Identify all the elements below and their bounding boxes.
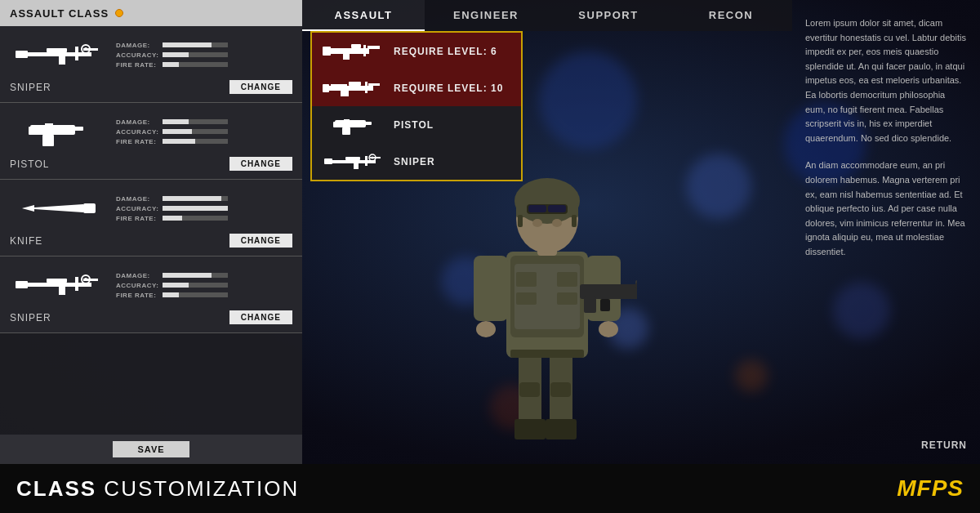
loadout-item-sniper1: DAMAGE: ACCURACY: FIRE RATE:: [0, 26, 302, 103]
svg-rect-36: [331, 84, 347, 87]
svg-point-23: [84, 278, 87, 281]
right-panel: Lorem ipsum dolor sit amet, dicam everti…: [792, 0, 980, 464]
panel-title: ASSAULT CLASS: [10, 7, 109, 20]
pistol-icon-box: [10, 111, 108, 152]
loadout-item-pistol: DAMAGE: ACCURACY: FIRE RATE:: [0, 103, 302, 180]
weapon-option-sniper[interactable]: Sniper: [312, 143, 521, 180]
sniper2-icon: [14, 269, 104, 301]
svg-rect-82: [519, 382, 540, 397]
svg-rect-69: [518, 215, 523, 227]
tab-recon[interactable]: RECON: [670, 0, 792, 31]
svg-rect-0: [18, 52, 91, 56]
svg-rect-14: [83, 203, 96, 213]
weapon-option-label-pistol: Pistol: [394, 119, 434, 131]
weapon-option-sniper-icon: [320, 149, 385, 175]
center-panel: ASSAULT ENGINEER SUPPORT RECON: [302, 0, 792, 464]
title-class: CLASS: [16, 476, 96, 501]
svg-rect-2: [16, 51, 28, 58]
svg-rect-35: [349, 82, 361, 86]
weapon-option-label-locked1: REQUIRE LEVEL: 6: [394, 46, 497, 57]
sniper1-stats: DAMAGE: ACCURACY: FIRE RATE:: [116, 42, 292, 69]
loadout-item-sniper2: DAMAGE: ACCURACY: FIRE RATE:: [0, 256, 302, 333]
loadout-item-knife: DAMAGE: ACCURACY: FIRE RATE:: [0, 180, 302, 256]
knife-name: Knife: [10, 235, 42, 247]
tab-bar: ASSAULT ENGINEER SUPPORT RECON: [302, 0, 792, 31]
description-text-2: An diam accommodare eum, an pri dolorem …: [805, 158, 967, 259]
assault-rifle1-icon: [320, 38, 385, 65]
sniper2-change-btn[interactable]: CHANGE: [229, 310, 292, 324]
svg-rect-60: [557, 292, 577, 305]
svg-rect-61: [474, 256, 508, 321]
svg-rect-40: [333, 122, 338, 127]
knife-change-btn[interactable]: CHANGE: [229, 234, 292, 248]
save-button[interactable]: SAVE: [113, 441, 189, 457]
svg-point-74: [532, 219, 542, 227]
svg-rect-38: [342, 127, 350, 135]
svg-rect-44: [324, 158, 332, 164]
svg-rect-31: [365, 82, 368, 93]
svg-rect-73: [548, 205, 566, 212]
knife-stats: DAMAGE: ACCURACY: FIRE RATE:: [116, 195, 292, 222]
weapon-select-panel: REQUIRE LEVEL: 6 REQUIRE LEVEL: 10: [310, 31, 523, 181]
knife-icon: [14, 192, 104, 225]
svg-rect-4: [47, 48, 67, 52]
pistol-name: Pistol: [10, 158, 49, 170]
svg-rect-5: [59, 56, 65, 65]
svg-rect-11: [29, 127, 35, 135]
svg-rect-12: [45, 123, 53, 127]
svg-marker-15: [22, 205, 34, 212]
svg-rect-43: [365, 156, 368, 166]
svg-rect-78: [584, 297, 596, 313]
weapon-option-label-locked2: REQUIRE LEVEL: 10: [394, 83, 503, 94]
sniper2-icon-box: [10, 265, 108, 306]
sniper2-stats: DAMAGE: ACCURACY: FIRE RATE:: [116, 272, 292, 299]
sniper-icon-box: [10, 34, 108, 75]
assault-rifle2-icon: [320, 75, 385, 101]
svg-rect-47: [354, 163, 359, 169]
svg-rect-16: [18, 283, 91, 287]
svg-rect-9: [42, 135, 54, 146]
mfps-logo: MFPS: [897, 475, 964, 502]
svg-rect-1: [75, 47, 78, 60]
bottom-bar: CLASS CUSTOMIZATION MFPS: [0, 464, 980, 513]
svg-rect-18: [16, 281, 28, 288]
tab-support[interactable]: SUPPORT: [547, 0, 670, 31]
svg-rect-70: [572, 215, 577, 227]
svg-rect-81: [510, 350, 584, 358]
svg-rect-33: [323, 84, 329, 92]
sniper2-name: Sniper: [10, 312, 51, 323]
weapon-option-locked2[interactable]: REQUIRE LEVEL: 10: [312, 69, 521, 106]
svg-point-75: [552, 219, 562, 227]
svg-rect-10: [67, 127, 83, 131]
weapon-option-pistol[interactable]: Pistol: [312, 106, 521, 143]
description-text-1: Lorem ipsum dolor sit amet, dicam everti…: [805, 16, 967, 145]
bottom-title: CLASS CUSTOMIZATION: [16, 476, 299, 502]
weapon-option-locked1[interactable]: REQUIRE LEVEL: 6: [312, 33, 521, 69]
svg-point-7: [84, 47, 87, 51]
sniper1-change-btn[interactable]: CHANGE: [229, 80, 292, 94]
svg-rect-72: [528, 205, 546, 212]
svg-rect-39: [359, 122, 372, 125]
svg-rect-42: [325, 160, 376, 163]
svg-rect-21: [59, 287, 65, 295]
panel-header: ASSAULT CLASS: [0, 0, 302, 26]
svg-rect-28: [343, 54, 350, 60]
header-dot: [115, 9, 123, 17]
sniper-icon: [14, 38, 104, 71]
svg-rect-17: [75, 277, 78, 291]
left-panel: ASSAULT CLASS: [0, 0, 302, 464]
svg-rect-58: [557, 272, 577, 287]
svg-rect-26: [368, 46, 380, 49]
svg-rect-27: [323, 47, 331, 56]
pistol-change-btn[interactable]: CHANGE: [229, 157, 292, 171]
svg-rect-79: [600, 299, 610, 311]
svg-rect-29: [351, 44, 361, 48]
return-button[interactable]: RETURN: [921, 439, 967, 451]
weapon-option-label-sniper: Sniper: [394, 156, 435, 167]
pistol-icon: [14, 115, 104, 148]
tab-assault[interactable]: ASSAULT: [302, 0, 425, 31]
loadout-items: DAMAGE: ACCURACY: FIRE RATE:: [0, 26, 302, 435]
svg-point-63: [476, 321, 496, 337]
svg-rect-32: [368, 83, 380, 86]
tab-engineer[interactable]: ENGINEER: [425, 0, 547, 31]
